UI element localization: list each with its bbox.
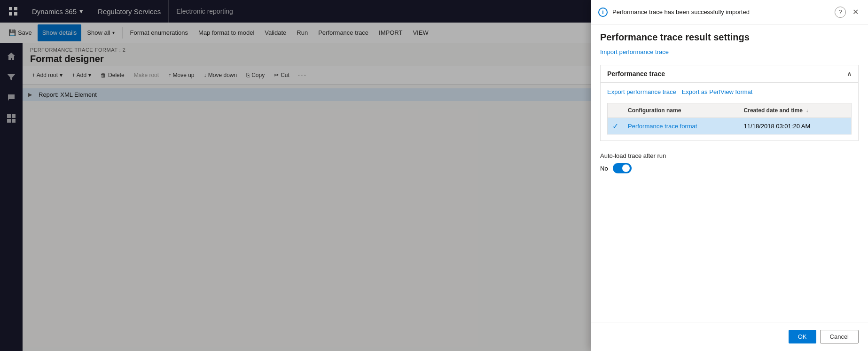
info-icon: i	[598, 8, 608, 17]
import-performance-trace-link[interactable]: Import performance trace	[591, 47, 868, 61]
auto-load-section: Auto-load trace after run No	[591, 145, 868, 181]
auto-load-knob	[622, 164, 630, 172]
export-perfview-link[interactable]: Export as PerfView format	[682, 88, 753, 95]
modal-overlay: i Performance trace has been successfull…	[0, 0, 868, 351]
auto-load-row: No	[600, 163, 859, 173]
modal-footer: OK Cancel	[591, 322, 868, 351]
modal-title: Performance trace result settings	[591, 24, 868, 47]
ok-button[interactable]: OK	[789, 330, 816, 343]
col-created-date[interactable]: Created date and time ↓	[739, 103, 852, 118]
performance-trace-section: Performance trace ∧ Export performance t…	[600, 65, 859, 141]
auto-load-label: Auto-load trace after run	[600, 152, 859, 159]
col-check	[608, 103, 624, 118]
help-icon[interactable]: ?	[835, 7, 846, 18]
table-header-row: Configuration name Created date and time…	[608, 103, 852, 118]
close-button[interactable]: ✕	[851, 6, 860, 18]
section-collapse-chevron: ∧	[847, 70, 852, 78]
notification-text: Performance trace has been successfully …	[612, 8, 830, 16]
config-name-link[interactable]: Performance trace format	[628, 123, 697, 130]
col-config-name[interactable]: Configuration name	[623, 103, 739, 118]
section-header[interactable]: Performance trace ∧	[601, 65, 858, 83]
row-created-date: 11/18/2018 03:01:20 AM	[739, 118, 852, 135]
row-check: ✓	[608, 118, 624, 135]
auto-load-toggle[interactable]	[613, 163, 632, 173]
modal-actions: Export performance trace Export as PerfV…	[607, 88, 852, 95]
section-body: Export performance trace Export as PerfV…	[601, 83, 858, 140]
checkmark-icon: ✓	[612, 122, 618, 130]
row-config-name[interactable]: Performance trace format	[623, 118, 739, 135]
export-trace-link[interactable]: Export performance trace	[607, 88, 676, 95]
trace-table: Configuration name Created date and time…	[607, 103, 852, 135]
sort-desc-icon: ↓	[806, 108, 808, 113]
table-row[interactable]: ✓ Performance trace format 11/18/2018 03…	[608, 118, 852, 135]
auto-load-value: No	[600, 165, 608, 172]
performance-trace-panel: i Performance trace has been successfull…	[591, 0, 868, 351]
cancel-button[interactable]: Cancel	[820, 330, 859, 343]
notification-bar: i Performance trace has been successfull…	[591, 0, 868, 24]
